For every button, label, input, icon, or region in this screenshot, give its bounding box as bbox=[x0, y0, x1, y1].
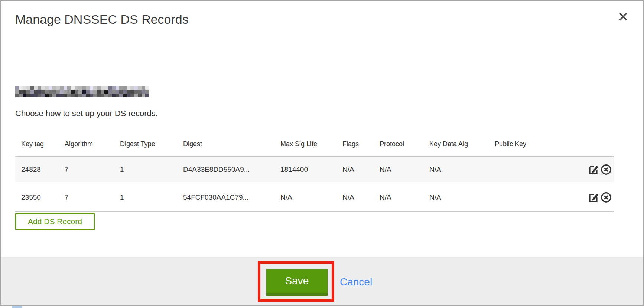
col-header-max-sig-life: Max Sig Life bbox=[280, 132, 342, 157]
edit-icon bbox=[588, 171, 599, 176]
close-icon bbox=[618, 18, 629, 23]
close-button[interactable] bbox=[617, 11, 630, 23]
ds-records-table: Key tag Algorithm Digest Type Digest Max… bbox=[15, 132, 614, 212]
cell-public-key bbox=[494, 157, 572, 183]
dialog-footer: Save Cancel bbox=[1, 257, 643, 305]
delete-icon bbox=[600, 199, 612, 204]
manage-dnssec-dialog: Manage DNSSEC DS Records Choose how to s… bbox=[0, 0, 644, 306]
col-header-algorithm: Algorithm bbox=[64, 132, 120, 157]
col-header-actions bbox=[572, 132, 614, 157]
delete-record-button[interactable] bbox=[600, 163, 612, 176]
col-header-public-key: Public Key bbox=[494, 132, 572, 157]
add-ds-record-button[interactable]: Add DS Record bbox=[15, 213, 95, 230]
edit-record-button[interactable] bbox=[587, 163, 600, 176]
annotation-highlight: Save bbox=[258, 261, 334, 302]
delete-record-button[interactable] bbox=[600, 191, 612, 204]
cell-digest-type: 1 bbox=[120, 157, 183, 183]
cell-digest: 54FCF030AA1C79... bbox=[183, 183, 280, 212]
cell-protocol: N/A bbox=[379, 157, 429, 183]
col-header-key-data-alg: Key Data Alg bbox=[429, 132, 494, 157]
col-header-digest: Digest bbox=[183, 132, 280, 157]
cell-algorithm: 7 bbox=[64, 157, 120, 183]
cell-key-tag: 24828 bbox=[15, 157, 64, 183]
cell-algorithm: 7 bbox=[64, 183, 120, 212]
cell-key-data-alg: N/A bbox=[429, 157, 494, 183]
col-header-flags: Flags bbox=[342, 132, 379, 157]
cell-flags: N/A bbox=[342, 157, 379, 183]
table-row: 23550 7 1 54FCF030AA1C79... N/A N/A N/A … bbox=[15, 183, 614, 212]
cell-public-key bbox=[494, 183, 572, 212]
cell-actions bbox=[572, 157, 614, 183]
cell-key-tag: 23550 bbox=[15, 183, 64, 212]
col-header-protocol: Protocol bbox=[379, 132, 429, 157]
col-header-key-tag: Key tag bbox=[15, 132, 64, 157]
edit-record-button[interactable] bbox=[587, 191, 600, 204]
setup-instruction-text: Choose how to set up your DS records. bbox=[15, 109, 158, 118]
cell-max-sig-life: N/A bbox=[280, 183, 342, 212]
cell-protocol: N/A bbox=[379, 183, 429, 212]
cell-max-sig-life: 1814400 bbox=[280, 157, 342, 183]
col-header-digest-type: Digest Type bbox=[120, 132, 183, 157]
cell-key-data-alg: N/A bbox=[429, 183, 494, 212]
cell-flags: N/A bbox=[342, 183, 379, 212]
background-page-artifact bbox=[12, 306, 22, 308]
table-row: 24828 7 1 D4A33E8DD550A9... 1814400 N/A … bbox=[15, 157, 614, 183]
page-title: Manage DNSSEC DS Records bbox=[15, 12, 189, 27]
cell-actions bbox=[572, 183, 614, 212]
cell-digest: D4A33E8DD550A9... bbox=[183, 157, 280, 183]
edit-icon bbox=[588, 199, 599, 204]
cell-digest-type: 1 bbox=[120, 183, 183, 212]
cancel-link[interactable]: Cancel bbox=[340, 276, 372, 288]
redacted-domain-name bbox=[15, 86, 149, 97]
delete-icon bbox=[600, 171, 612, 176]
table-header-row: Key tag Algorithm Digest Type Digest Max… bbox=[15, 132, 614, 157]
save-button[interactable]: Save bbox=[266, 269, 328, 296]
